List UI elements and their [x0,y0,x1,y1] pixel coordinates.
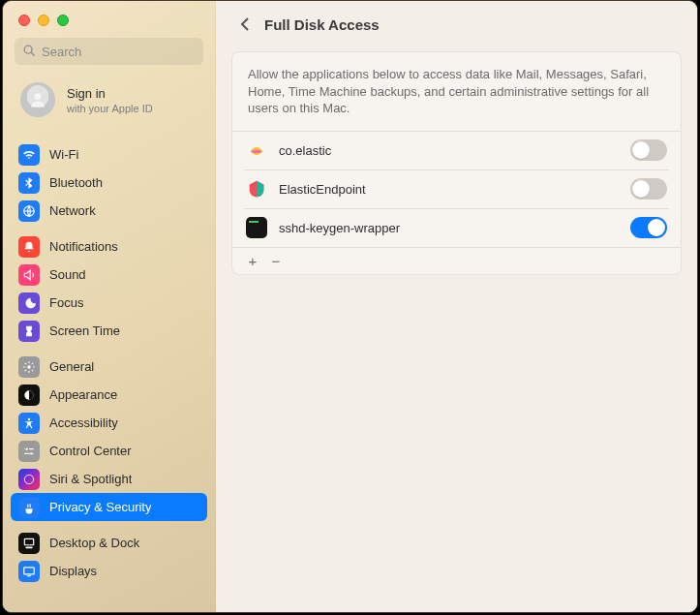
screentime-icon [18,321,40,342]
avatar-icon [20,82,55,117]
sidebar-item-label: Control Center [49,444,132,458]
sidebar-item-label: Bluetooth [49,175,103,190]
desktop-icon [18,533,40,554]
chevron-left-icon [240,16,250,32]
sidebar: Sign in with your Apple ID Wi-FiBluetoot… [3,1,216,612]
accessibility-icon [18,413,40,434]
minimize-window-button[interactable] [38,15,49,26]
search-input[interactable] [15,38,203,65]
add-app-button[interactable]: + [242,251,263,270]
general-icon [18,356,40,378]
appearance-icon [18,384,40,406]
focus-icon [18,292,40,314]
siri-icon [18,469,40,490]
sidebar-item-label: Desktop & Dock [49,536,139,550]
maximize-window-button[interactable] [57,15,69,26]
sidebar-item-label: Notifications [49,239,118,254]
sidebar-item-label: Appearance [49,387,117,402]
sidebar-item-screentime[interactable]: Screen Time [11,317,207,345]
back-button[interactable] [235,15,255,34]
sidebar-item-label: Displays [49,564,97,578]
apple-id-subtitle: with your Apple ID [67,103,153,114]
sidebar-item-label: Screen Time [49,323,120,338]
svg-point-2 [35,93,42,100]
remove-app-button[interactable]: − [265,251,287,270]
content-titlebar: Full Disk Access [216,1,697,47]
apple-id-signin[interactable]: Sign in with your Apple ID [3,77,215,131]
app-list: co.elasticElasticEndpointsshd-keygen-wra… [232,131,681,247]
svg-point-9 [24,475,33,483]
app-label: ElasticEndpoint [279,182,619,197]
list-add-remove-bar: + − [232,247,681,274]
sidebar-item-desktop[interactable]: Desktop & Dock [11,529,207,557]
sidebar-item-label: Privacy & Security [49,500,151,514]
sidebar-item-label: Accessibility [49,415,118,430]
sidebar-item-label: Wi-Fi [49,147,78,162]
apple-id-text: Sign in with your Apple ID [67,86,153,114]
app-toggle[interactable] [630,217,667,238]
settings-window: Sign in with your Apple ID Wi-FiBluetoot… [2,0,698,613]
sidebar-item-label: General [49,359,94,374]
svg-point-8 [30,452,32,454]
sidebar-item-label: Sound [49,267,86,282]
sidebar-item-label: Network [49,203,96,218]
svg-rect-11 [26,546,33,548]
bluetooth-icon [18,172,40,194]
wifi-icon [18,144,40,166]
sidebar-item-label: Siri & Spotlight [49,472,132,486]
app-toggle[interactable] [630,178,667,200]
search-field-wrap [15,38,203,65]
sidebar-item-focus[interactable]: Focus [11,289,207,317]
sidebar-item-bluetooth[interactable]: Bluetooth [11,169,207,197]
displays-icon [18,561,40,582]
apple-id-title: Sign in [67,86,153,101]
sidebar-item-appearance[interactable]: Appearance [11,381,207,409]
sidebar-nav: Wi-FiBluetoothNetworkNotificationsSoundF… [3,131,215,612]
app-label: co.elastic [279,143,619,158]
terminal-icon [246,217,267,238]
svg-point-6 [28,417,30,419]
window-controls [3,1,215,38]
svg-line-1 [31,52,34,55]
elastic-endpoint-icon [246,178,267,200]
full-disk-access-pane: Allow the applications below to access d… [231,51,682,275]
svg-point-4 [27,365,31,369]
sidebar-item-accessibility[interactable]: Accessibility [11,409,207,437]
svg-rect-10 [24,538,33,544]
svg-point-7 [26,447,28,449]
privacy-icon [18,497,40,518]
pane-description: Allow the applications below to access d… [232,52,681,131]
network-icon [18,200,40,222]
app-toggle[interactable] [630,139,667,161]
elastic-agent-icon [246,139,267,161]
notifications-icon [18,236,40,258]
close-window-button[interactable] [18,15,30,26]
sidebar-item-sound[interactable]: Sound [11,261,207,289]
svg-rect-12 [24,567,35,573]
sidebar-item-controlcenter[interactable]: Control Center [11,437,207,465]
app-row[interactable]: ElasticEndpoint [244,169,669,208]
page-title: Full Disk Access [264,16,380,33]
app-row[interactable]: co.elastic [232,131,681,169]
sidebar-item-general[interactable]: General [11,353,207,381]
sidebar-item-privacy[interactable]: Privacy & Security [11,493,207,521]
sidebar-item-wifi[interactable]: Wi-Fi [11,140,207,169]
content-area: Full Disk Access Allow the applications … [216,1,697,612]
sidebar-item-displays[interactable]: Displays [11,557,207,585]
app-label: sshd-keygen-wrapper [279,221,619,235]
sidebar-item-label: Focus [49,295,83,310]
sound-icon [18,264,40,286]
controlcenter-icon [18,441,40,462]
sidebar-item-notifications[interactable]: Notifications [11,232,207,261]
search-icon [22,44,36,57]
sidebar-item-siri[interactable]: Siri & Spotlight [11,465,207,493]
app-row[interactable]: sshd-keygen-wrapper [244,208,669,247]
sidebar-item-network[interactable]: Network [11,197,207,225]
